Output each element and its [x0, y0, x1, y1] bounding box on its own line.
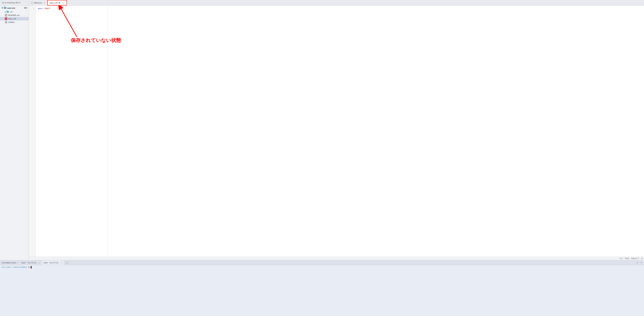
- bottom-tab-immediate-close[interactable]: ×: [16, 262, 18, 264]
- main-layout: rudy test ⚙▾ .c9 md README.md rb ruby_1.…: [0, 5, 644, 260]
- sidebar-header-left: rudy test: [2, 7, 15, 9]
- bottom-tab-immediate[interactable]: Immediate (Java ×: [0, 260, 20, 265]
- file-rb-icon: rb: [5, 17, 7, 20]
- language-label: Ruby: [625, 257, 629, 259]
- triangle-icon: [2, 7, 3, 8]
- spaces-label: Spaces: 4: [631, 257, 639, 259]
- tab-modified-dot: [58, 2, 60, 3]
- sidebar-item-untitled[interactable]: Untitled: [0, 20, 29, 24]
- tab-label-welcome: Welcome: [34, 2, 42, 4]
- close-bottom-panel-icon[interactable]: ×: [640, 261, 642, 264]
- terminal-prompt: ec2-user:~/environment: [2, 266, 27, 268]
- tab-welcome[interactable]: Welcome ×: [29, 0, 48, 5]
- vertical-divider: [108, 5, 108, 257]
- status-bar: 1:11 Ruby Spaces: 4 ⚙: [29, 257, 644, 260]
- bottom-panel: Immediate (Java × bash - "ip-172-31… × b…: [0, 260, 644, 316]
- sidebar-header: rudy test ⚙▾: [0, 5, 29, 10]
- sidebar-item-c9-label: .c9: [10, 11, 12, 13]
- sidebar-item-ruby[interactable]: rb ruby_1.rb: [0, 17, 29, 20]
- tab-add-button[interactable]: +: [62, 1, 64, 4]
- bottom-tabs-left: Immediate (Java × bash - "ip-172-31… × b…: [0, 260, 70, 265]
- sidebar-item-untitled-label: Untitled: [8, 21, 14, 23]
- bottom-tab-bash-1[interactable]: bash - "ip-172-31… ×: [20, 260, 42, 265]
- bottom-tab-add[interactable]: +: [64, 260, 70, 265]
- sidebar-item-readme-label: README.md: [8, 14, 20, 16]
- file-icon: [31, 2, 33, 4]
- bottom-tab-bash-1-close[interactable]: ×: [39, 262, 40, 264]
- bottom-tab-immediate-label: Immediate (Java: [2, 262, 16, 264]
- expand-icon[interactable]: ⤢: [636, 261, 639, 264]
- sidebar-item-ruby-label: ruby_1.rb: [8, 18, 16, 20]
- line-number-1: 1: [29, 7, 36, 10]
- code-line-1: puts "RUBY": [38, 7, 642, 10]
- code-area[interactable]: puts "RUBY": [36, 5, 644, 257]
- sidebar: rudy test ⚙▾ .c9 md README.md rb ruby_1.…: [0, 5, 29, 260]
- file-md-icon: md: [5, 14, 7, 16]
- sidebar-item-readme[interactable]: md README.md: [0, 13, 29, 17]
- puts-keyword: puts: [38, 7, 42, 10]
- bottom-tab-bash-1-label: bash - "ip-172-31…: [22, 262, 38, 264]
- go-to-anything-button[interactable]: Go to Anything (⌘ P): [0, 0, 29, 5]
- bottom-tab-bash-2[interactable]: bash - "ip-172-31… ×: [42, 260, 64, 265]
- tab-label-ruby: ruby_1.rb: [50, 2, 58, 4]
- string-value: "RUBY": [44, 7, 51, 10]
- bottom-tab-bash-2-close[interactable]: ×: [61, 262, 62, 264]
- folder-sm-icon: [7, 11, 9, 13]
- add-terminal-icon: +: [66, 262, 68, 264]
- bottom-tabs-right: ⤢ ×: [636, 260, 644, 265]
- sidebar-item-c9[interactable]: .c9: [0, 10, 29, 13]
- gear-icon[interactable]: ⚙▾: [24, 7, 27, 9]
- cursor-position: 1:11: [620, 257, 623, 259]
- tab-close-welcome[interactable]: ×: [44, 1, 45, 4]
- editor-tabs: Welcome × ruby_1.rb +: [29, 0, 644, 5]
- top-bar: Go to Anything (⌘ P) Welcome × ruby_1.rb…: [0, 0, 644, 5]
- settings-icon[interactable]: ⚙: [641, 257, 642, 259]
- project-name: rudy test: [7, 7, 15, 9]
- bottom-tabs-bar: Immediate (Java × bash - "ip-172-31… × b…: [0, 260, 644, 265]
- terminal-content[interactable]: ec2-user:~/environment $: [0, 265, 644, 316]
- line-numbers: 1: [29, 5, 36, 257]
- file-txt-icon: [5, 21, 7, 23]
- tab-ruby-1-rb[interactable]: ruby_1.rb +: [48, 0, 67, 5]
- terminal-cursor: [30, 266, 32, 269]
- project-folder-icon: [4, 7, 6, 9]
- terminal-prompt-symbol: $: [28, 266, 30, 268]
- editor-content[interactable]: 1 puts "RUBY": [29, 5, 644, 257]
- code-editor: 1 puts "RUBY": [29, 5, 644, 257]
- triangle-sm-icon: [5, 11, 6, 12]
- editor-area: 1 puts "RUBY": [29, 5, 644, 260]
- bottom-tab-bash-2-label: bash - "ip-172-31…: [44, 262, 60, 264]
